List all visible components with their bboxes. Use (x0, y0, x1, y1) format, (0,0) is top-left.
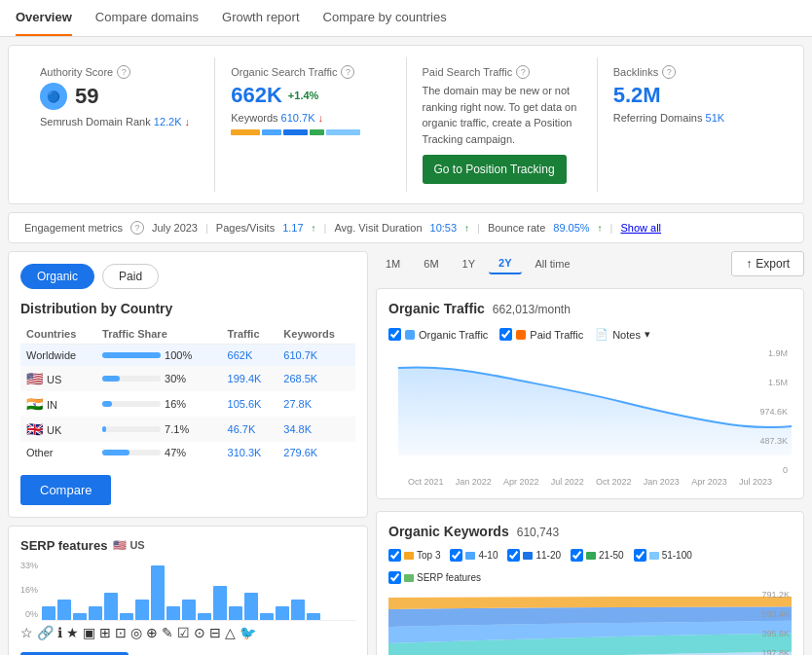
serp-y-33: 33% (20, 561, 38, 570)
organic-toggle-button[interactable]: Organic (20, 264, 94, 289)
kw-legend-item: 51-100 (634, 549, 692, 562)
organic-area (398, 367, 792, 455)
serp-icon: ▣ (83, 625, 95, 640)
avg-visit-value: 10:53 (430, 222, 458, 234)
semrush-rank-link[interactable]: 12.2K (154, 116, 182, 127)
bounce-rate-label: Bounce rate (488, 222, 545, 234)
country-cell: Worldwide (20, 345, 96, 367)
authority-score-info-icon[interactable]: ? (117, 65, 130, 79)
keywords-chart-value: 610,743 (517, 526, 559, 539)
serp-icon: ☑ (177, 625, 190, 640)
tab-compare-domains[interactable]: Compare domains (95, 0, 199, 36)
paid-traffic-info-icon[interactable]: ? (516, 65, 530, 79)
pages-visits-label: Pages/Visits (216, 222, 275, 234)
keywords-cell: 34.8K (277, 417, 355, 442)
paid-toggle-button[interactable]: Paid (102, 264, 159, 289)
organic-chart-title: Organic Traffic (388, 301, 485, 316)
country-cell: 🇮🇳IN (20, 391, 96, 417)
notes-icon: 📄 (595, 328, 609, 341)
keywords-bar-chart (231, 129, 389, 135)
serp-bar (213, 586, 227, 620)
backlinks-label: Backlinks (613, 66, 658, 78)
kw-legend-item: 21-50 (571, 549, 624, 562)
serp-icon: ✎ (162, 625, 173, 640)
country-cell: 🇬🇧UK (20, 417, 96, 442)
pages-trend-icon: ↑ (312, 223, 316, 234)
table-row: 🇬🇧UK 7.1% 46.7K 34.8K (20, 417, 355, 442)
backlinks-info-icon[interactable]: ? (662, 65, 676, 79)
time-btn-1y[interactable]: 1Y (453, 253, 485, 274)
tab-compare-countries[interactable]: Compare by countries (323, 0, 447, 36)
compare-button[interactable]: Compare (20, 475, 111, 505)
serp-icon: ℹ (57, 625, 62, 640)
time-range-row: 1M6M1Y2YAll time ↑ Export (376, 251, 804, 276)
serp-bar (42, 606, 55, 620)
organic-traffic-info-icon[interactable]: ? (341, 65, 354, 79)
kw-y-labels: 791.2K593.4K395.6K197.8K0 (761, 590, 790, 655)
serp-bar (182, 600, 196, 620)
keywords-cell: 279.6K (277, 442, 355, 463)
organic-traffic-block: Organic Search Traffic ? 662K +1.4% Keyw… (215, 57, 406, 192)
authority-score-value: 59 (75, 84, 98, 109)
referring-domains-value: 51K (706, 112, 725, 124)
distribution-title: Distribution by Country (20, 301, 355, 316)
traffic-share-cell: 7.1% (96, 417, 221, 442)
time-btn-2y[interactable]: 2Y (489, 253, 521, 274)
keywords-trend-icon: ↓ (318, 112, 324, 124)
kw-legend-item: SERP features (388, 571, 481, 584)
serp-icon: 🔗 (37, 625, 54, 640)
authority-score-ball: 🔵 (40, 83, 67, 110)
tab-overview[interactable]: Overview (16, 0, 72, 36)
engagement-info-icon[interactable]: ? (130, 221, 144, 235)
main-content: Organic Paid Distribution by Country Cou… (8, 251, 804, 655)
traffic-share-cell: 47% (96, 442, 221, 463)
organic-x-labels: Oct 2021Jan 2022Apr 2022Jul 2022Oct 2022… (388, 477, 792, 487)
bounce-trend-icon: ↑ (598, 223, 603, 234)
engagement-label: Engagement metrics (24, 222, 123, 234)
organic-traffic-chart: Organic Traffic 662,013/month Organic Tr… (376, 288, 804, 499)
keywords-chart-svg (388, 590, 792, 655)
traffic-cell: 662K (222, 345, 278, 367)
show-all-link[interactable]: Show all (620, 222, 661, 234)
col-traffic: Traffic (222, 324, 278, 345)
serp-icons: ☆🔗ℹ★▣⊞⊡◎⊕✎☑⊙⊟△🐦 (20, 625, 355, 640)
serp-bar (89, 606, 102, 620)
time-btn-all-time[interactable]: All time (526, 253, 580, 274)
serp-bar (229, 606, 242, 620)
table-row: 🇮🇳IN 16% 105.6K 27.8K (20, 391, 355, 417)
organic-chart-legend: Organic Traffic Paid Traffic📄 Notes ▾ (388, 328, 792, 341)
organic-chart-subtitle: 662,013/month (493, 303, 571, 316)
serp-bar (135, 600, 149, 620)
organic-keywords-sub: Keywords 610.7K ↓ (231, 112, 389, 124)
go-to-position-tracking-button[interactable]: Go to Position Tracking (423, 155, 567, 184)
kw-legend-item: 11-20 (507, 549, 561, 562)
export-button[interactable]: ↑ Export (731, 251, 804, 276)
time-btn-1m[interactable]: 1M (376, 253, 410, 274)
country-cell: Other (20, 442, 96, 463)
tab-growth-report[interactable]: Growth report (222, 0, 299, 36)
organic-chart-svg: SERP features (388, 348, 792, 455)
referring-domains: Referring Domains 51K (613, 112, 772, 124)
serp-bar (151, 565, 165, 620)
traffic-share-cell: 30% (96, 366, 221, 391)
authority-score-label: Authority Score (40, 66, 113, 78)
serp-icon: ☆ (20, 625, 33, 640)
serp-icon: ⊞ (99, 625, 111, 640)
legend-item: Organic Traffic (388, 328, 488, 341)
paid-traffic-label: Paid Search Traffic (423, 66, 513, 78)
organic-paid-toggle: Organic Paid (20, 264, 355, 289)
serp-y-16: 16% (20, 585, 38, 595)
left-panel: Organic Paid Distribution by Country Cou… (8, 251, 368, 655)
time-btn-6m[interactable]: 6M (414, 253, 448, 274)
paid-traffic-block: Paid Search Traffic ? The domain may be … (407, 57, 598, 192)
organic-traffic-label: Organic Search Traffic (231, 66, 337, 78)
backlinks-value: 5.2M (613, 83, 772, 108)
distribution-table: Countries Traffic Share Traffic Keywords… (20, 324, 355, 463)
keywords-cell: 27.8K (277, 391, 355, 417)
time-buttons: 1M6M1Y2YAll time (376, 253, 580, 274)
legend-item: 📄 Notes ▾ (595, 328, 650, 341)
serp-y-0: 0% (20, 609, 38, 619)
serp-bar (120, 613, 133, 620)
serp-bar (198, 613, 211, 620)
serp-icon: △ (225, 625, 236, 640)
